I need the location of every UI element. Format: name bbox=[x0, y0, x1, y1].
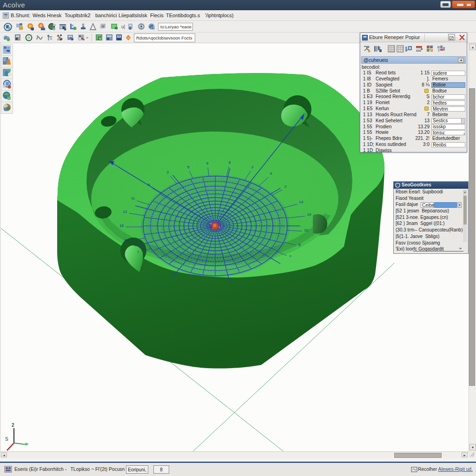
svg-text:14: 14 bbox=[299, 200, 304, 204]
svg-text:1D: 1D bbox=[304, 228, 309, 232]
svg-text:5: 5 bbox=[187, 165, 190, 169]
svg-text:2: 2 bbox=[167, 170, 169, 174]
svg-text:9: 9 bbox=[206, 161, 209, 165]
svg-text:z: z bbox=[379, 46, 381, 49]
svg-text:S: S bbox=[5, 436, 8, 442]
svg-text:bc: bc bbox=[125, 238, 128, 242]
svg-text:1E: 1E bbox=[119, 224, 124, 228]
svg-text:u|: u| bbox=[121, 24, 125, 29]
svg-text:2: 2 bbox=[251, 165, 254, 169]
svg-text:2: 2 bbox=[284, 185, 287, 189]
svg-text:E: E bbox=[298, 243, 301, 247]
svg-text:9: 9 bbox=[270, 172, 272, 176]
svg-text:c: c bbox=[290, 254, 291, 258]
svg-text:8: 8 bbox=[229, 160, 231, 165]
svg-text:10: 10 bbox=[307, 212, 311, 217]
svg-text:»: » bbox=[86, 35, 88, 40]
svg-text:12: 12 bbox=[123, 210, 127, 214]
svg-text:2: 2 bbox=[12, 423, 14, 428]
svg-text:11: 11 bbox=[131, 196, 135, 200]
